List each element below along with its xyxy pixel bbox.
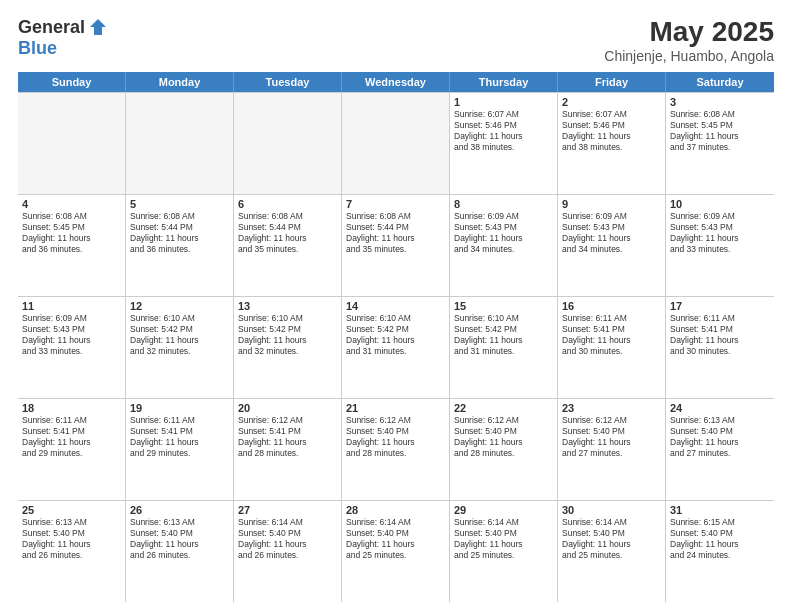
day-number: 19 <box>130 402 229 414</box>
empty-cell <box>126 93 234 194</box>
calendar-week-1: 1Sunrise: 6:07 AM Sunset: 5:46 PM Daylig… <box>18 93 774 195</box>
day-cell-6: 6Sunrise: 6:08 AM Sunset: 5:44 PM Daylig… <box>234 195 342 296</box>
day-cell-30: 30Sunrise: 6:14 AM Sunset: 5:40 PM Dayli… <box>558 501 666 602</box>
day-info: Sunrise: 6:14 AM Sunset: 5:40 PM Dayligh… <box>454 517 553 561</box>
title-section: May 2025 Chinjenje, Huambo, Angola <box>604 16 774 64</box>
logo-blue-text: Blue <box>18 38 57 59</box>
calendar-week-4: 18Sunrise: 6:11 AM Sunset: 5:41 PM Dayli… <box>18 399 774 501</box>
day-cell-19: 19Sunrise: 6:11 AM Sunset: 5:41 PM Dayli… <box>126 399 234 500</box>
logo-general-text: General <box>18 17 85 38</box>
calendar-body: 1Sunrise: 6:07 AM Sunset: 5:46 PM Daylig… <box>18 92 774 602</box>
day-number: 20 <box>238 402 337 414</box>
header-day-friday: Friday <box>558 72 666 92</box>
day-cell-21: 21Sunrise: 6:12 AM Sunset: 5:40 PM Dayli… <box>342 399 450 500</box>
day-info: Sunrise: 6:09 AM Sunset: 5:43 PM Dayligh… <box>562 211 661 255</box>
day-cell-2: 2Sunrise: 6:07 AM Sunset: 5:46 PM Daylig… <box>558 93 666 194</box>
page: General Blue May 2025 Chinjenje, Huambo,… <box>0 0 792 612</box>
empty-cell <box>18 93 126 194</box>
calendar-week-5: 25Sunrise: 6:13 AM Sunset: 5:40 PM Dayli… <box>18 501 774 602</box>
header-day-thursday: Thursday <box>450 72 558 92</box>
day-cell-14: 14Sunrise: 6:10 AM Sunset: 5:42 PM Dayli… <box>342 297 450 398</box>
header: General Blue May 2025 Chinjenje, Huambo,… <box>18 16 774 64</box>
calendar-week-2: 4Sunrise: 6:08 AM Sunset: 5:45 PM Daylig… <box>18 195 774 297</box>
header-day-sunday: Sunday <box>18 72 126 92</box>
day-cell-23: 23Sunrise: 6:12 AM Sunset: 5:40 PM Dayli… <box>558 399 666 500</box>
day-number: 1 <box>454 96 553 108</box>
day-info: Sunrise: 6:10 AM Sunset: 5:42 PM Dayligh… <box>130 313 229 357</box>
day-cell-18: 18Sunrise: 6:11 AM Sunset: 5:41 PM Dayli… <box>18 399 126 500</box>
day-info: Sunrise: 6:12 AM Sunset: 5:40 PM Dayligh… <box>562 415 661 459</box>
day-info: Sunrise: 6:09 AM Sunset: 5:43 PM Dayligh… <box>670 211 770 255</box>
logo-icon <box>87 16 109 38</box>
day-number: 14 <box>346 300 445 312</box>
day-cell-10: 10Sunrise: 6:09 AM Sunset: 5:43 PM Dayli… <box>666 195 774 296</box>
day-cell-28: 28Sunrise: 6:14 AM Sunset: 5:40 PM Dayli… <box>342 501 450 602</box>
day-number: 11 <box>22 300 121 312</box>
day-info: Sunrise: 6:12 AM Sunset: 5:40 PM Dayligh… <box>454 415 553 459</box>
day-cell-22: 22Sunrise: 6:12 AM Sunset: 5:40 PM Dayli… <box>450 399 558 500</box>
day-info: Sunrise: 6:14 AM Sunset: 5:40 PM Dayligh… <box>346 517 445 561</box>
day-info: Sunrise: 6:12 AM Sunset: 5:40 PM Dayligh… <box>346 415 445 459</box>
month-title: May 2025 <box>604 16 774 48</box>
day-number: 13 <box>238 300 337 312</box>
day-info: Sunrise: 6:15 AM Sunset: 5:40 PM Dayligh… <box>670 517 770 561</box>
day-info: Sunrise: 6:09 AM Sunset: 5:43 PM Dayligh… <box>454 211 553 255</box>
day-info: Sunrise: 6:07 AM Sunset: 5:46 PM Dayligh… <box>562 109 661 153</box>
day-info: Sunrise: 6:10 AM Sunset: 5:42 PM Dayligh… <box>346 313 445 357</box>
day-info: Sunrise: 6:09 AM Sunset: 5:43 PM Dayligh… <box>22 313 121 357</box>
day-number: 6 <box>238 198 337 210</box>
day-number: 8 <box>454 198 553 210</box>
day-number: 7 <box>346 198 445 210</box>
day-number: 31 <box>670 504 770 516</box>
day-info: Sunrise: 6:08 AM Sunset: 5:44 PM Dayligh… <box>130 211 229 255</box>
day-cell-17: 17Sunrise: 6:11 AM Sunset: 5:41 PM Dayli… <box>666 297 774 398</box>
calendar: SundayMondayTuesdayWednesdayThursdayFrid… <box>18 72 774 602</box>
day-cell-7: 7Sunrise: 6:08 AM Sunset: 5:44 PM Daylig… <box>342 195 450 296</box>
day-cell-5: 5Sunrise: 6:08 AM Sunset: 5:44 PM Daylig… <box>126 195 234 296</box>
day-cell-15: 15Sunrise: 6:10 AM Sunset: 5:42 PM Dayli… <box>450 297 558 398</box>
day-cell-16: 16Sunrise: 6:11 AM Sunset: 5:41 PM Dayli… <box>558 297 666 398</box>
day-cell-29: 29Sunrise: 6:14 AM Sunset: 5:40 PM Dayli… <box>450 501 558 602</box>
day-cell-4: 4Sunrise: 6:08 AM Sunset: 5:45 PM Daylig… <box>18 195 126 296</box>
calendar-header: SundayMondayTuesdayWednesdayThursdayFrid… <box>18 72 774 92</box>
calendar-week-3: 11Sunrise: 6:09 AM Sunset: 5:43 PM Dayli… <box>18 297 774 399</box>
empty-cell <box>342 93 450 194</box>
empty-cell <box>234 93 342 194</box>
day-number: 9 <box>562 198 661 210</box>
logo: General Blue <box>18 16 109 59</box>
day-number: 22 <box>454 402 553 414</box>
day-cell-20: 20Sunrise: 6:12 AM Sunset: 5:41 PM Dayli… <box>234 399 342 500</box>
day-info: Sunrise: 6:11 AM Sunset: 5:41 PM Dayligh… <box>562 313 661 357</box>
day-number: 21 <box>346 402 445 414</box>
day-info: Sunrise: 6:13 AM Sunset: 5:40 PM Dayligh… <box>22 517 121 561</box>
day-number: 25 <box>22 504 121 516</box>
day-info: Sunrise: 6:10 AM Sunset: 5:42 PM Dayligh… <box>238 313 337 357</box>
day-number: 12 <box>130 300 229 312</box>
day-cell-9: 9Sunrise: 6:09 AM Sunset: 5:43 PM Daylig… <box>558 195 666 296</box>
day-number: 16 <box>562 300 661 312</box>
day-number: 30 <box>562 504 661 516</box>
day-number: 24 <box>670 402 770 414</box>
day-number: 3 <box>670 96 770 108</box>
day-number: 10 <box>670 198 770 210</box>
day-number: 23 <box>562 402 661 414</box>
day-info: Sunrise: 6:07 AM Sunset: 5:46 PM Dayligh… <box>454 109 553 153</box>
day-number: 29 <box>454 504 553 516</box>
day-number: 17 <box>670 300 770 312</box>
day-number: 18 <box>22 402 121 414</box>
day-info: Sunrise: 6:14 AM Sunset: 5:40 PM Dayligh… <box>238 517 337 561</box>
day-cell-3: 3Sunrise: 6:08 AM Sunset: 5:45 PM Daylig… <box>666 93 774 194</box>
day-cell-1: 1Sunrise: 6:07 AM Sunset: 5:46 PM Daylig… <box>450 93 558 194</box>
day-cell-31: 31Sunrise: 6:15 AM Sunset: 5:40 PM Dayli… <box>666 501 774 602</box>
day-info: Sunrise: 6:11 AM Sunset: 5:41 PM Dayligh… <box>670 313 770 357</box>
day-number: 4 <box>22 198 121 210</box>
header-day-monday: Monday <box>126 72 234 92</box>
day-info: Sunrise: 6:13 AM Sunset: 5:40 PM Dayligh… <box>670 415 770 459</box>
day-number: 26 <box>130 504 229 516</box>
day-number: 15 <box>454 300 553 312</box>
day-cell-27: 27Sunrise: 6:14 AM Sunset: 5:40 PM Dayli… <box>234 501 342 602</box>
day-info: Sunrise: 6:08 AM Sunset: 5:44 PM Dayligh… <box>346 211 445 255</box>
day-info: Sunrise: 6:13 AM Sunset: 5:40 PM Dayligh… <box>130 517 229 561</box>
day-info: Sunrise: 6:08 AM Sunset: 5:44 PM Dayligh… <box>238 211 337 255</box>
header-day-tuesday: Tuesday <box>234 72 342 92</box>
